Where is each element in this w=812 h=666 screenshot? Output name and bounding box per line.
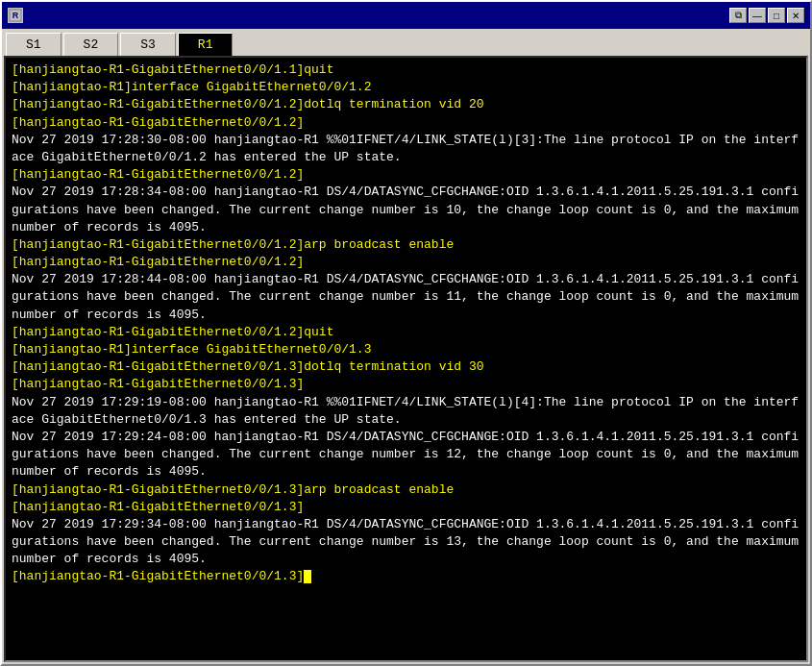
terminal-line: [hanjiangtao-R1-GigabitEthernet0/0/1.3] — [12, 376, 800, 393]
terminal-line: Nov 27 2019 17:28:30-08:00 hanjiangtao-R… — [12, 132, 800, 166]
svg-text:R: R — [12, 11, 19, 20]
close-button[interactable]: ✕ — [787, 8, 804, 23]
tab-s1[interactable]: S1 — [6, 33, 62, 56]
terminal-line: Nov 27 2019 17:28:34-08:00 hanjiangtao-R… — [12, 184, 800, 236]
main-window: R ⧉ — □ ✕ S1 S2 S3 R1 [hanjiangtao-R1-Gi… — [0, 0, 812, 666]
terminal-line: [hanjiangtao-R1-GigabitEthernet0/0/1.3] — [12, 499, 800, 516]
terminal-line: [hanjiangtao-R1]interface GigabitEtherne… — [12, 79, 800, 96]
terminal-line: Nov 27 2019 17:29:34-08:00 hanjiangtao-R… — [12, 516, 800, 569]
terminal-line: [hanjiangtao-R1-GigabitEthernet0/0/1.3]d… — [12, 358, 800, 376]
title-buttons: ⧉ — □ ✕ — [729, 8, 804, 23]
terminal-line: [hanjiangtao-R1-GigabitEthernet0/0/1.2] — [12, 114, 800, 132]
restore-button[interactable]: ⧉ — [729, 8, 747, 23]
terminal-line: [hanjiangtao-R1-GigabitEthernet0/0/1.2]d… — [12, 96, 800, 113]
terminal-line: [hanjiangtao-R1-GigabitEthernet0/0/1.2]q… — [12, 324, 800, 341]
tab-s2[interactable]: S2 — [63, 33, 119, 56]
tab-s3[interactable]: S3 — [120, 33, 176, 56]
tab-r1[interactable]: R1 — [178, 33, 234, 56]
cursor — [304, 570, 311, 583]
title-bar-left: R — [8, 8, 29, 23]
window-icon: R — [8, 8, 23, 23]
terminal-line: [hanjiangtao-R1-GigabitEthernet0/0/1.2] — [12, 254, 800, 271]
terminal-content[interactable]: [hanjiangtao-R1-GigabitEthernet0/0/1.1]q… — [6, 58, 806, 660]
terminal-container: [hanjiangtao-R1-GigabitEthernet0/0/1.1]q… — [4, 56, 808, 662]
terminal-line: [hanjiangtao-R1-GigabitEthernet0/0/1.1]q… — [12, 62, 800, 79]
terminal-line: Nov 27 2019 17:29:19-08:00 hanjiangtao-R… — [12, 394, 800, 429]
terminal-line: Nov 27 2019 17:29:24-08:00 hanjiangtao-R… — [12, 429, 800, 481]
terminal-line: [hanjiangtao-R1-GigabitEthernet0/0/1.3]a… — [12, 481, 800, 499]
terminal-line: Nov 27 2019 17:28:44-08:00 hanjiangtao-R… — [12, 271, 800, 324]
maximize-button[interactable]: □ — [768, 8, 785, 23]
title-bar: R ⧉ — □ ✕ — [2, 2, 810, 29]
terminal-line: [hanjiangtao-R1-GigabitEthernet0/0/1.2] — [12, 166, 800, 184]
terminal-line: [hanjiangtao-R1-GigabitEthernet0/0/1.3] — [12, 568, 800, 585]
terminal-line: [hanjiangtao-R1-GigabitEthernet0/0/1.2]a… — [12, 236, 800, 254]
minimize-button[interactable]: — — [749, 8, 766, 23]
terminal-line: [hanjiangtao-R1]interface GigabitEtherne… — [12, 341, 800, 358]
tabs-bar: S1 S2 S3 R1 — [2, 29, 810, 56]
